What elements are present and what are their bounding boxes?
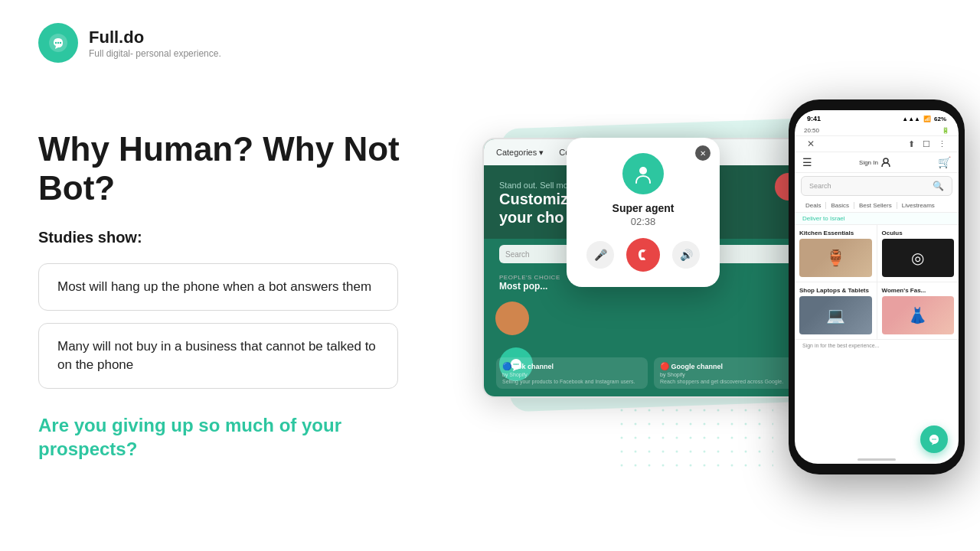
kitchen-title: Kitchen Essentials (799, 230, 872, 236)
tablet-search-placeholder: Search (505, 250, 530, 259)
svg-point-2 (57, 42, 59, 44)
phone-search-placeholder: Search (809, 182, 831, 190)
channel1-sub: by Shopify (502, 372, 642, 377)
call-controls: 🎤 🔊 (579, 238, 707, 272)
phone-search-icon: 🔍 (933, 181, 944, 191)
phone-grid-item-laptops[interactable]: Shop Laptops & Tablets 💻 (795, 282, 877, 339)
phone-product-grid: Kitchen Essentials 🏺 Oculus ◎ Shop Lapto… (795, 225, 959, 339)
phone-chat-button[interactable] (920, 425, 948, 453)
call-timer: 02:38 (579, 216, 707, 227)
deals-item-livestreams[interactable]: Livestreams (897, 202, 939, 209)
amazon-cart-icon[interactable]: 🛒 (938, 156, 951, 168)
oculus-title: Oculus (882, 230, 955, 236)
stat-card-2: Many will not buy in a business that can… (38, 323, 398, 389)
call-popup-close[interactable]: ✕ (695, 145, 710, 161)
tablet-nav-categories: Categories ▾ (496, 148, 544, 158)
phone-grid-item-oculus[interactable]: Oculus ◎ (877, 225, 959, 282)
phone-bottom-text: Sign in for the best experience... (795, 339, 959, 351)
channel1-title: 🔵 ook channel (502, 362, 642, 370)
tablet-channels: 🔵 ook channel by Shopify Selling your pr… (484, 357, 818, 389)
svg-point-3 (60, 42, 61, 44)
svg-point-1 (55, 42, 57, 44)
phone-bookmark-icon[interactable]: ☐ (923, 139, 930, 149)
phone-mockup: 9:41 ▲▲▲ 📶 62% 20:50 🔋 ✕ ⬆ ☐ ⋮ (789, 99, 965, 474)
phone-battery: 62% (934, 116, 946, 122)
cta-text: Are you giving up so much of your prospe… (38, 413, 436, 461)
left-content: Why Human? Why Not Bot? Studies show: Mo… (38, 130, 467, 461)
phone-grid-item-womens[interactable]: Women's Fas... 👗 (877, 282, 959, 339)
channel2-desc: Reach shoppers and get discovered across… (660, 379, 799, 384)
phone-status-bar: 9:41 ▲▲▲ 📶 62% (795, 110, 959, 126)
phone-search-bar[interactable]: Search 🔍 (801, 176, 952, 196)
call-agent-name: Super agent (579, 202, 707, 214)
right-side-mockups: Categories ▾ Collections ▾ Stand out. Se… (444, 77, 980, 505)
stat-card-1: Most will hang up the phone when a bot a… (38, 263, 398, 311)
logo-name: Full.do (89, 28, 221, 47)
channel-card-1: 🔵 ook channel by Shopify Selling your pr… (496, 357, 648, 389)
svg-point-11 (932, 439, 933, 440)
amazon-hamburger-icon[interactable]: ☰ (802, 156, 812, 168)
phone-time: 9:41 (807, 115, 821, 122)
deals-item-deals[interactable]: Deals (801, 202, 826, 209)
logo-tagline: Full digital- personal experience. (89, 48, 221, 59)
call-end-button[interactable] (626, 238, 660, 272)
studies-label: Studies show: (38, 229, 467, 246)
phone-amazon-header: ☰ Sign In 🛒 (795, 152, 959, 173)
phone-deals-bar: Deals Basics Best Sellers Livestreams (795, 199, 959, 213)
phone-screen: 9:41 ▲▲▲ 📶 62% 20:50 🔋 ✕ ⬆ ☐ ⋮ (795, 110, 959, 464)
phone-close-icon[interactable]: ✕ (807, 139, 815, 149)
header: Full.do Full digital- personal experienc… (38, 23, 221, 63)
channel2-sub: by Shopify (660, 372, 799, 377)
phone-more-icon[interactable]: ⋮ (938, 139, 946, 149)
call-mute-button[interactable]: 🎤 (586, 241, 614, 269)
womens-title: Women's Fas... (882, 287, 955, 294)
deals-item-bestsellers[interactable]: Best Sellers (854, 202, 897, 209)
phone-share-icon[interactable]: ⬆ (908, 139, 915, 149)
page-title: Why Human? Why Not Bot? (38, 130, 467, 207)
logo-icon[interactable] (38, 23, 78, 63)
call-popup: ✕ Super agent 02:38 🎤 🔊 (567, 138, 720, 287)
logo-text: Full.do Full digital- personal experienc… (89, 28, 221, 59)
amazon-signin[interactable]: Sign In (859, 157, 891, 168)
svg-point-9 (639, 167, 647, 174)
phone-deliver: Deliver to Israel (795, 213, 959, 225)
svg-point-12 (933, 439, 935, 440)
kitchen-image: 🏺 (799, 239, 872, 277)
channel1-desc: Selling your products to Facebook and In… (502, 379, 642, 384)
deals-item-basics[interactable]: Basics (826, 202, 854, 209)
svg-point-10 (884, 158, 888, 163)
phone-grid-item-kitchen[interactable]: Kitchen Essentials 🏺 (795, 225, 877, 282)
channel2-title: 🔴 Google channel (660, 362, 799, 370)
laptops-image: 💻 (799, 296, 872, 334)
stat-text-1: Most will hang up the phone when a bot a… (57, 279, 371, 294)
svg-point-13 (935, 439, 936, 440)
oculus-image: ◎ (882, 239, 955, 277)
channel-card-2: 🔴 Google channel by Shopify Reach shoppe… (654, 357, 805, 389)
phone-close-bar: ✕ ⬆ ☐ ⋮ (795, 136, 959, 152)
phone-share-icons: ⬆ ☐ ⋮ (908, 139, 946, 149)
call-avatar (622, 153, 664, 194)
phone-home-bar (858, 458, 896, 461)
phone-battery-time: 20:50 (804, 127, 819, 134)
womens-image: 👗 (882, 296, 955, 334)
call-speaker-button[interactable]: 🔊 (672, 241, 700, 269)
laptops-title: Shop Laptops & Tablets (799, 287, 872, 294)
orange-circle-decoration (495, 302, 529, 335)
phone-top-bar: 20:50 🔋 (795, 126, 959, 136)
stat-text-2: Many will not buy in a business that can… (57, 339, 376, 372)
